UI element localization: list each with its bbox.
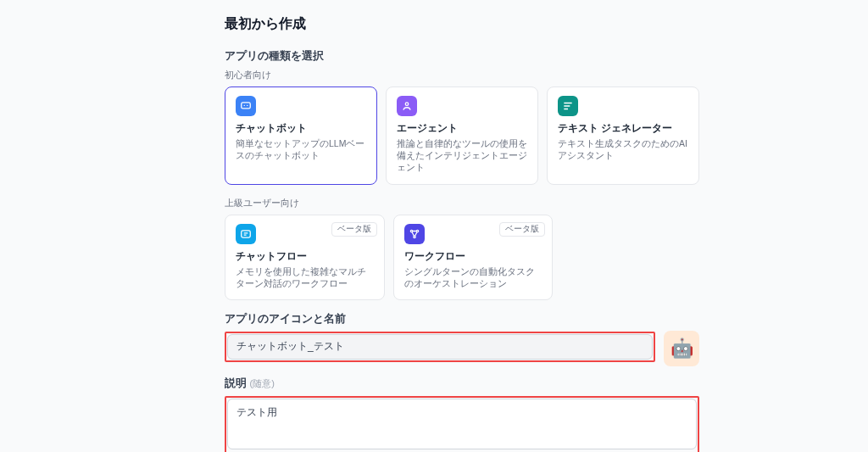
beta-badge: ベータ版: [499, 222, 545, 237]
card-workflow[interactable]: ベータ版 ワークフロー シングルターンの自動化タスクのオーケストレーション: [393, 215, 554, 300]
description-label: 説明 (随意): [225, 377, 699, 391]
app-name-label: アプリのアイコンと名前: [225, 312, 655, 326]
card-desc: 推論と自律的なツールの使用を備えたインテリジェントエージェント: [397, 137, 527, 174]
textgen-icon: [558, 96, 578, 116]
robot-icon: 🤖: [670, 338, 693, 360]
agent-icon: [397, 96, 417, 116]
card-chatflow[interactable]: ベータ版 チャットフロー メモリを使用した複雑なマルチターン対話のワークフロー: [225, 215, 385, 300]
card-title: チャットボット: [236, 121, 366, 136]
description-highlight: [225, 396, 699, 452]
description-input[interactable]: [227, 399, 697, 449]
app-name-input[interactable]: [227, 334, 653, 360]
card-desc: メモリを使用した複雑なマルチターン対話のワークフロー: [236, 265, 374, 289]
card-agent[interactable]: エージェント 推論と自律的なツールの使用を備えたインテリジェントエージェント: [386, 86, 538, 185]
svg-point-1: [244, 105, 245, 106]
svg-point-2: [247, 105, 248, 106]
svg-rect-4: [242, 230, 251, 237]
app-icon-avatar[interactable]: 🤖: [664, 331, 699, 366]
card-title: テキスト ジェネレーター: [558, 121, 688, 136]
card-desc: テキスト生成タスクのためのAIアシスタント: [558, 137, 688, 161]
card-title: チャットフロー: [236, 249, 374, 264]
svg-point-5: [410, 230, 412, 232]
svg-point-6: [416, 230, 418, 232]
card-title: エージェント: [397, 121, 527, 136]
card-title: ワークフロー: [404, 249, 542, 264]
svg-point-7: [414, 236, 415, 237]
beta-badge: ベータ版: [331, 222, 377, 237]
card-chatbot[interactable]: チャットボット 簡単なセットアップのLLMベースのチャットボット: [225, 86, 377, 185]
svg-rect-0: [242, 103, 251, 109]
page-title: 最初から作成: [225, 15, 699, 33]
card-desc: シングルターンの自動化タスクのオーケストレーション: [404, 265, 542, 289]
beginner-group-label: 初心者向け: [225, 69, 699, 81]
select-type-label: アプリの種類を選択: [225, 48, 699, 64]
app-name-highlight: [225, 332, 655, 362]
advanced-group-label: 上級ユーザー向け: [225, 197, 699, 209]
workflow-icon: [404, 224, 425, 244]
card-textgen[interactable]: テキスト ジェネレーター テキスト生成タスクのためのAIアシスタント: [547, 86, 699, 185]
svg-point-3: [405, 103, 409, 106]
chatflow-icon: [236, 224, 256, 244]
card-desc: 簡単なセットアップのLLMベースのチャットボット: [236, 137, 366, 161]
chatbot-icon: [236, 96, 256, 116]
optional-hint: (随意): [249, 378, 274, 388]
